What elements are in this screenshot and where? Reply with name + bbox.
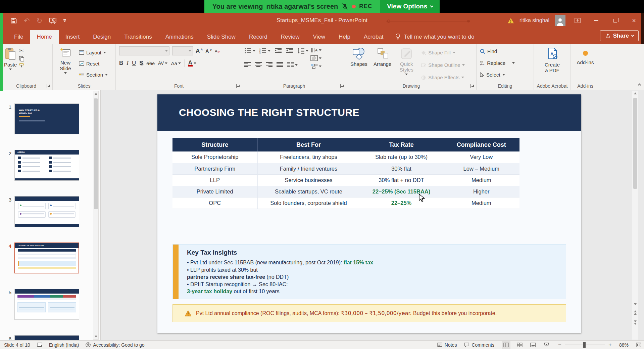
thumbnail-scrollbar[interactable] [93,91,99,340]
tab-acrobat[interactable]: Acrobat [357,30,390,44]
cell[interactable]: Private Limited [172,186,257,197]
insight-line[interactable]: • Pvt Ltd under Sec 115BAB (new manufact… [187,259,566,266]
font-color-button[interactable]: A [188,60,196,67]
clear-formatting-icon[interactable]: A [214,48,220,54]
format-painter-icon[interactable] [19,63,24,69]
insights-title[interactable]: Key Tax Insights [187,249,566,256]
change-case-button[interactable]: Aa [171,60,181,66]
notes-button[interactable]: Notes [437,342,457,348]
slide-2-thumbnail[interactable]: AGENDA [14,150,79,181]
scrollbar-thumb[interactable] [633,98,637,189]
clipboard-dialog-launcher-icon[interactable] [47,84,51,88]
cell[interactable]: Medium [443,197,519,209]
cell[interactable]: LLP [172,174,257,186]
start-slideshow-icon[interactable] [49,17,57,24]
close-button[interactable]: × [627,13,641,28]
shrink-font-button[interactable]: A˅ [205,48,212,54]
increase-indent-icon[interactable] [286,48,293,54]
arrange-button[interactable]: Arrange [371,46,393,82]
insight-line[interactable]: • LLP profits taxed at 30% but [187,266,566,274]
view-options-button[interactable]: View Options [380,0,440,13]
shape-fill-button[interactable]: Shape Fill [419,48,466,57]
section-button[interactable]: Section [78,70,109,80]
save-icon[interactable] [10,17,17,24]
select-button[interactable]: Select [479,70,532,80]
insight-line[interactable]: partners receive share tax-free (no DDT) [187,273,566,281]
canvas-scrollbar[interactable] [632,91,638,340]
zoom-in-button[interactable]: + [608,342,612,348]
paste-dropdown[interactable] [9,69,12,70]
create-pdf-button[interactable]: A Create a PDF [541,46,564,75]
scrollbar-thumb[interactable] [94,98,98,209]
minimize-button[interactable] [590,13,603,28]
cell[interactable]: Slab rate (up to 30%) [360,151,443,163]
qat-customize-icon[interactable] [63,19,66,22]
scroll-down-icon[interactable] [632,302,638,307]
cell[interactable]: Medium [443,174,519,186]
drawing-dialog-launcher-icon[interactable] [470,84,475,88]
italic-button[interactable]: I [127,60,129,67]
paragraph-dialog-launcher-icon[interactable] [340,84,344,88]
find-button[interactable]: Find [479,46,532,56]
tab-view[interactable]: View [306,30,332,44]
header-best-for[interactable]: Best For [257,138,360,151]
tab-insert[interactable]: Insert [59,30,87,44]
accessibility-status[interactable]: Accessibility: Good to go [86,342,144,348]
slide-1-thumbnail[interactable]: WHY STARTUPS & MSMEs FAIL [14,103,79,134]
cell[interactable]: Scalable startups, VC route [257,186,360,197]
tab-transitions[interactable]: Transitions [117,30,159,44]
comments-button[interactable]: Comments [464,342,494,348]
slide-title-band[interactable]: CHOOSING THE RIGHT STRUCTURE [157,94,581,131]
convert-to-smartart-button[interactable] [310,63,321,69]
layout-button[interactable]: Layout [78,48,109,57]
copy-icon[interactable] [19,56,24,61]
share-button[interactable]: Share [600,30,639,41]
text-direction-button[interactable]: A [310,47,321,53]
slide-editor[interactable]: CHOOSING THE RIGHT STRUCTURE Structure B… [157,94,581,333]
cell[interactable]: Service businesses [257,174,360,186]
shape-outline-button[interactable]: Shape Outline [419,60,466,70]
reading-view-button[interactable] [529,341,537,349]
cell[interactable]: Solo founders, corporate shield [257,197,360,209]
cell[interactable]: OPC [172,197,257,209]
cell[interactable]: Sole Proprietorship [172,151,257,163]
zoom-slider[interactable] [565,345,605,345]
cell[interactable]: Low – Medium [443,163,519,174]
add-ins-button[interactable]: Add-ins [573,46,598,67]
slide-title[interactable]: CHOOSING THE RIGHT STRUCTURE [157,107,359,118]
slide-sorter-view-button[interactable] [515,341,524,349]
columns-button[interactable] [287,62,298,68]
next-slide-icon[interactable] [632,320,638,325]
language-status[interactable]: English (India) [49,342,79,348]
header-tax-rate[interactable]: Tax Rate [360,138,443,151]
tab-review[interactable]: Review [274,30,306,44]
slide-indicator[interactable]: Slide 4 of 10 [4,342,30,348]
header-structure[interactable]: Structure [172,138,257,151]
cell[interactable]: Freelancers, tiny shops [257,151,360,163]
zoom-level[interactable]: 88% [619,342,629,348]
redo-icon[interactable]: ↻ [37,17,43,24]
insight-line[interactable]: • DPIIT Startup recognition → Sec 80-IAC… [187,281,566,288]
decrease-indent-icon[interactable] [275,48,282,54]
structure-comparison-table[interactable]: Structure Best For Tax Rate Compliance C… [172,138,519,209]
cell[interactable]: Partnership Firm [172,163,257,174]
cell[interactable]: 22–25% (Sec 115BAA) [360,186,443,197]
warning-text[interactable]: Pvt Ltd annual compliance (ROC filings, … [196,310,497,316]
font-size-combobox[interactable] [172,46,193,55]
previous-slide-icon[interactable] [632,310,638,315]
cell[interactable]: 22–25% [360,197,443,209]
spell-check-status[interactable] [37,343,42,347]
reset-button[interactable]: Reset [78,59,109,69]
paste-button[interactable]: Paste [2,46,19,72]
scroll-up-icon[interactable] [632,91,638,96]
cut-icon[interactable]: ✂ [19,47,24,54]
ribbon-display-options-icon[interactable] [571,13,584,28]
grow-font-button[interactable]: A˄ [196,48,203,54]
collapse-ribbon-icon[interactable] [638,84,641,87]
justify-icon[interactable] [277,62,283,68]
slideshow-view-button[interactable] [542,341,551,349]
character-spacing-button[interactable]: AV [158,60,168,66]
align-left-icon[interactable] [244,62,251,68]
key-tax-insights-box[interactable]: Key Tax Insights • Pvt Ltd under Sec 115… [172,244,566,299]
avatar[interactable] [555,15,565,26]
